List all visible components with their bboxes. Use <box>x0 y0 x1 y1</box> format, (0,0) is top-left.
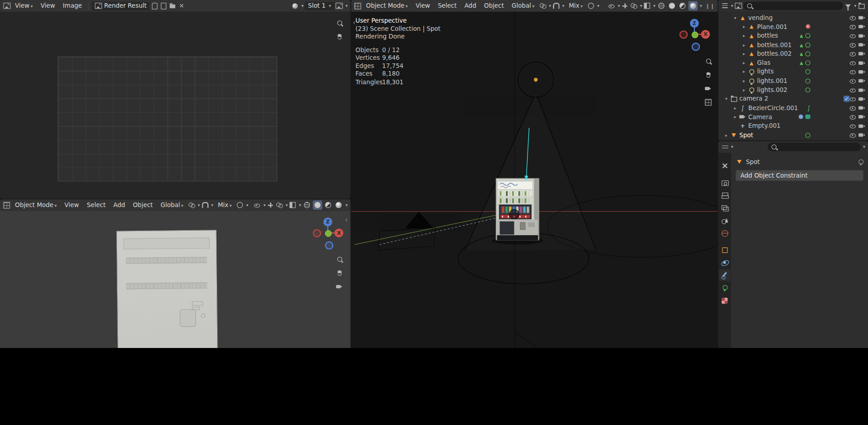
zoom-icon[interactable] <box>335 19 343 27</box>
axis-x-negative[interactable] <box>679 30 688 39</box>
render-visibility-icon[interactable] <box>858 87 866 93</box>
menu-add[interactable]: Add <box>110 202 129 209</box>
axis-z-negative[interactable] <box>692 43 700 51</box>
eye-icon[interactable] <box>850 33 857 39</box>
tab-view-layer[interactable] <box>719 202 731 214</box>
mode-dropdown[interactable]: Object Mode▾ <box>12 202 60 209</box>
eye-icon[interactable] <box>850 132 857 138</box>
render-visibility-icon[interactable] <box>858 96 866 102</box>
viewport-small-canvas[interactable]: Z X ‹ <box>0 211 350 348</box>
outliner-row[interactable]: ▸ Spot <box>718 130 868 140</box>
eye-icon[interactable] <box>850 123 857 129</box>
disclosure-icon[interactable]: ▸ <box>741 78 748 83</box>
disclosure-icon[interactable]: ▸ <box>741 60 748 65</box>
menu-view[interactable]: View <box>37 2 58 10</box>
viewport-main-canvas[interactable]: User Perspective (23) Scene Collection |… <box>351 12 718 348</box>
tab-object-data[interactable] <box>719 282 731 294</box>
axis-x-ball[interactable]: X <box>335 228 344 237</box>
render-slot-dropdown[interactable]: Slot 1▾ <box>305 1 335 10</box>
axis-x-negative[interactable] <box>313 229 321 237</box>
zoom-icon[interactable] <box>704 57 712 65</box>
image-settings-icon[interactable] <box>335 2 343 10</box>
browse-image-icon[interactable] <box>95 3 102 9</box>
render-visibility-icon[interactable] <box>858 60 866 66</box>
menu-view[interactable]: View <box>61 202 82 209</box>
overlays-toggle-icon[interactable] <box>630 2 638 10</box>
eye-icon[interactable] <box>850 42 857 48</box>
menu-select[interactable]: Select <box>83 202 109 209</box>
outliner-row[interactable]: ▾ ▲ vending <box>718 13 868 22</box>
render-visibility-icon[interactable] <box>858 132 866 138</box>
shading-rendered-icon[interactable] <box>688 1 698 10</box>
eye-icon[interactable] <box>850 51 857 57</box>
shading-solid-icon[interactable] <box>313 200 322 210</box>
display-mode-icon[interactable] <box>734 2 742 10</box>
outliner-row[interactable]: ▸ ▲ bottles.001 ▲ <box>718 40 868 49</box>
outliner-editor-type-icon[interactable] <box>721 2 729 10</box>
display-channels-icon[interactable] <box>291 2 299 10</box>
render-visibility-icon[interactable] <box>858 78 866 84</box>
properties-editor-type-icon[interactable] <box>721 143 729 151</box>
shading-wireframe-icon[interactable] <box>657 1 666 10</box>
outliner-row[interactable]: ▸ ▲ Glas ▲ <box>718 58 868 68</box>
tab-physics[interactable] <box>719 257 731 269</box>
sidebar-toggle-icon[interactable]: ‹ <box>345 215 348 223</box>
menu-object[interactable]: Object <box>130 202 156 209</box>
tab-texture[interactable] <box>719 295 731 307</box>
gizmos-toggle-icon[interactable] <box>621 2 629 10</box>
tab-world[interactable] <box>719 227 731 239</box>
shading-material-icon[interactable] <box>678 1 687 10</box>
orientation-dropdown[interactable]: Global▾ <box>508 2 538 10</box>
gizmos-toggle-icon[interactable] <box>267 201 275 209</box>
new-collection-icon[interactable] <box>858 2 865 10</box>
tab-scene[interactable] <box>719 215 731 227</box>
unlink-image-icon[interactable]: × <box>178 2 185 10</box>
viewport-editor-type-icon[interactable] <box>354 2 362 10</box>
eye-icon[interactable] <box>850 60 857 66</box>
pivot-point-icon[interactable] <box>539 2 547 10</box>
header-overflow-icon[interactable]: ❙❙ <box>705 3 715 9</box>
disclosure-icon[interactable]: ▸ <box>741 42 748 47</box>
render-visibility-icon[interactable] <box>858 51 866 57</box>
eye-icon[interactable] <box>850 96 857 102</box>
tab-output[interactable] <box>719 189 731 201</box>
render-visibility-icon[interactable] <box>858 33 866 39</box>
shading-material-icon[interactable] <box>323 200 333 210</box>
pan-hand-icon[interactable] <box>335 33 343 40</box>
camera-view-icon[interactable] <box>704 85 712 92</box>
disclosure-icon[interactable]: ▾ <box>732 15 739 20</box>
outliner-row[interactable]: + Empty.001 <box>718 121 868 130</box>
collection-checkbox[interactable]: ✓ <box>844 96 849 102</box>
proportional-edit-icon[interactable] <box>236 201 244 209</box>
image-mode-dropdown[interactable]: View▾ <box>12 2 36 10</box>
visibility-eye-icon[interactable] <box>253 201 261 209</box>
tab-tool[interactable] <box>719 160 731 172</box>
disclosure-icon[interactable]: ▸ <box>741 24 748 29</box>
eye-icon[interactable] <box>850 114 857 120</box>
disclosure-icon[interactable]: ▸ <box>741 69 748 74</box>
menu-object[interactable]: Object <box>480 2 507 10</box>
disclosure-icon[interactable]: ▾ <box>723 97 730 101</box>
disclosure-icon[interactable]: ▸ <box>741 34 748 39</box>
mode-dropdown[interactable]: Object Mode▾ <box>363 2 411 10</box>
render-visibility-icon[interactable] <box>858 123 866 129</box>
shading-wireframe-icon[interactable] <box>302 200 312 210</box>
eye-icon[interactable] <box>850 78 857 84</box>
outliner-row[interactable]: ▸ lights.002 <box>718 86 868 95</box>
outliner-row[interactable]: ▸ lights <box>718 68 868 77</box>
zoom-icon[interactable] <box>335 255 343 263</box>
render-visibility-icon[interactable] <box>858 15 866 21</box>
outliner-row[interactable]: ▸ ▲ bottles ▲ <box>718 31 868 40</box>
navigation-gizmo[interactable]: Z X <box>312 217 344 248</box>
viewport-editor-type-icon[interactable] <box>3 201 10 209</box>
render-visibility-icon[interactable] <box>858 24 866 29</box>
image-editor-canvas[interactable] <box>0 12 350 199</box>
proportional-edit-icon[interactable] <box>587 2 595 10</box>
blend-dropdown[interactable]: Mix▾ <box>214 202 235 209</box>
outliner-row[interactable]: ▸ ▲ bottles.002 ▲ <box>718 49 868 58</box>
add-object-constraint-button[interactable]: Add Object Constraint <box>736 170 864 181</box>
render-visibility-icon[interactable] <box>858 69 866 75</box>
outliner-row[interactable]: ▸ lights.001 <box>718 77 868 86</box>
axis-z-ball[interactable]: Z <box>323 217 332 227</box>
disclosure-icon[interactable]: ▸ <box>723 133 730 138</box>
